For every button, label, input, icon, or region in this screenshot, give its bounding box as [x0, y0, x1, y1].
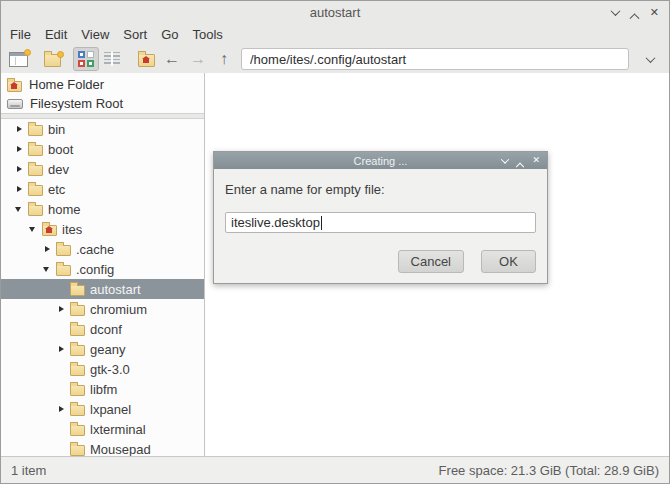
window-title: autostart [310, 5, 361, 20]
tree-item-etc[interactable]: etc [1, 179, 204, 199]
tree-item-dev[interactable]: dev [1, 159, 204, 179]
tree-item-mousepad[interactable]: Mousepad [1, 439, 204, 457]
directory-tree: binbootdevetchomeites.cache.configautost… [1, 118, 204, 457]
creating-file-dialog: Creating ... ✕ Enter a name for empty fi… [213, 151, 548, 284]
minimize-icon[interactable] [612, 9, 619, 16]
main-area: Home FolderFilesystem Root binbootdevetc… [1, 73, 669, 457]
tree-item-label: dev [48, 162, 69, 177]
tree-item-boot[interactable]: boot [1, 139, 204, 159]
maximize-icon[interactable] [631, 9, 638, 16]
expander-collapsed-icon[interactable] [43, 244, 53, 254]
tree-item-label: lxpanel [90, 402, 131, 417]
home-folder-icon [42, 225, 57, 236]
expander-spacer [57, 384, 67, 394]
expander-collapsed-icon[interactable] [15, 184, 25, 194]
drive-icon [7, 99, 23, 109]
expander-expanded-icon[interactable] [43, 264, 53, 274]
dialog-minimize-icon[interactable] [502, 158, 508, 164]
folder-icon [70, 345, 85, 356]
menu-bar: FileEditViewSortGoTools [1, 23, 669, 45]
ok-button[interactable]: OK [481, 250, 536, 273]
icon-view-button[interactable] [73, 47, 99, 71]
tree-item-label: gtk-3.0 [90, 362, 130, 377]
free-space-text: Free space: 21.3 GiB (Total: 28.9 GiB) [439, 463, 659, 478]
tree-item-libfm[interactable]: libfm [1, 379, 204, 399]
tree-item-chromium[interactable]: chromium [1, 299, 204, 319]
tree-item-autostart[interactable]: autostart [1, 279, 204, 299]
place-label: Filesystem Root [30, 96, 123, 111]
tree-item-label: Mousepad [90, 442, 151, 457]
up-button[interactable]: ↑ [211, 47, 237, 71]
expander-collapsed-icon[interactable] [57, 344, 67, 354]
tree-item-home[interactable]: home [1, 199, 204, 219]
expander-collapsed-icon[interactable] [57, 404, 67, 414]
menu-item-tools[interactable]: Tools [186, 25, 230, 44]
dialog-maximize-icon[interactable] [517, 158, 523, 164]
expander-collapsed-icon[interactable] [15, 164, 25, 174]
new-window-icon [9, 52, 28, 67]
folder-icon [70, 405, 85, 416]
back-button[interactable]: ← [159, 47, 185, 71]
tree-item-lxterminal[interactable]: lxterminal [1, 419, 204, 439]
dialog-title: Creating ... [354, 155, 408, 167]
dialog-title-bar[interactable]: Creating ... ✕ [214, 152, 547, 169]
expander-collapsed-icon[interactable] [15, 144, 25, 154]
back-arrow-icon: ← [164, 51, 180, 67]
tree-item-label: geany [90, 342, 125, 357]
folder-icon [70, 425, 85, 436]
dialog-window-controls: ✕ [502, 152, 540, 169]
folder-icon [56, 245, 71, 256]
menu-item-edit[interactable]: Edit [38, 25, 74, 44]
tree-item-label: dconf [90, 322, 122, 337]
cancel-button[interactable]: Cancel [398, 250, 464, 273]
tree-item-label: libfm [90, 382, 117, 397]
tree-item-label: etc [48, 182, 65, 197]
tree-item-label: .cache [76, 242, 114, 257]
tree-item-ites[interactable]: ites [1, 219, 204, 239]
forward-button[interactable]: → [185, 47, 211, 71]
list-view-button[interactable] [99, 47, 125, 71]
tree-item-label: lxterminal [90, 422, 146, 437]
tree-item-dconf[interactable]: dconf [1, 319, 204, 339]
dialog-close-icon[interactable]: ✕ [532, 156, 540, 165]
text-caret [321, 216, 322, 230]
tree-item-gtk-3.0[interactable]: gtk-3.0 [1, 359, 204, 379]
menu-item-view[interactable]: View [74, 25, 116, 44]
expander-collapsed-icon[interactable] [57, 304, 67, 314]
place-label: Home Folder [29, 77, 104, 92]
up-arrow-icon: ↑ [220, 51, 228, 67]
new-folder-icon [44, 54, 61, 67]
list-view-icon [104, 52, 120, 66]
path-input[interactable] [241, 48, 629, 70]
file-manager-window: autostart ✕ FileEditViewSortGoTools [0, 0, 670, 484]
path-dropdown-button[interactable] [637, 47, 663, 71]
expander-collapsed-icon[interactable] [15, 124, 25, 134]
tree-item-label: boot [48, 142, 73, 157]
menu-item-go[interactable]: Go [154, 25, 185, 44]
expander-expanded-icon[interactable] [15, 204, 25, 214]
tree-item-.config[interactable]: .config [1, 259, 204, 279]
icon-view-icon [78, 51, 94, 67]
expander-spacer [57, 284, 67, 294]
filename-input[interactable]: iteslive.desktop [225, 212, 536, 233]
item-count-text: 1 item [11, 463, 46, 478]
place-item-filesystem-root[interactable]: Filesystem Root [1, 94, 204, 113]
tree-item-label: home [48, 202, 81, 217]
place-item-home-folder[interactable]: Home Folder [1, 75, 204, 94]
menu-item-file[interactable]: File [3, 25, 38, 44]
folder-icon [70, 385, 85, 396]
menu-item-sort[interactable]: Sort [116, 25, 154, 44]
new-window-button[interactable] [5, 47, 31, 71]
home-button[interactable] [133, 47, 159, 71]
tree-item-bin[interactable]: bin [1, 119, 204, 139]
folder-icon [70, 305, 85, 316]
tree-item-.cache[interactable]: .cache [1, 239, 204, 259]
expander-expanded-icon[interactable] [29, 224, 39, 234]
toolbar: ← → ↑ [1, 45, 669, 73]
tree-item-geany[interactable]: geany [1, 339, 204, 359]
folder-icon [28, 165, 43, 176]
title-bar[interactable]: autostart ✕ [1, 1, 669, 23]
tree-item-lxpanel[interactable]: lxpanel [1, 399, 204, 419]
new-folder-button[interactable] [39, 47, 65, 71]
close-icon[interactable]: ✕ [650, 7, 659, 18]
